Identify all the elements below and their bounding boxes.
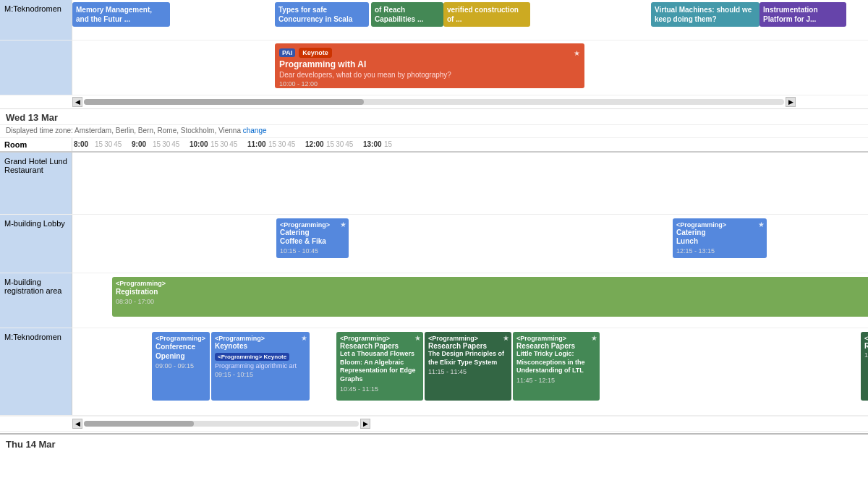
time-label-12: 12:00 (304, 138, 326, 151)
scroll-left-btn-wed[interactable]: ◀ (72, 419, 82, 429)
time-header-slots: 8:00 15 30 45 9:00 15 30 45 10:00 15 30 … (72, 138, 868, 151)
event-reach[interactable]: of Reach Capabilities ... 11:00 - 11:30 (371, 2, 443, 27)
keynote-subtitle: Programming algorithmic art (215, 362, 306, 369)
event-time: 09:15 - 10:15 (215, 371, 306, 378)
scroll-right-btn-top[interactable]: ▶ (786, 97, 796, 107)
event-coffee-fika[interactable]: ★ <Programming> Catering Coffee & Fika 1… (276, 218, 349, 258)
time-sub-45: 45 (113, 138, 122, 151)
time-sub-12-30: 30 (335, 138, 344, 151)
event-time: 11:00 - 11:30 (375, 25, 440, 27)
event-virtual-machines[interactable]: Virtual Machines: should we keep doing t… (651, 2, 760, 27)
scroll-thumb-wed[interactable] (84, 421, 194, 427)
event-prog-ai[interactable]: PAI Keynote ★ Programming with AI Dear d… (275, 43, 584, 88)
event-time: 12:15 - 13:15 (676, 247, 763, 255)
badge-pai: PAI (279, 48, 295, 57)
time-sub-10-45: 45 (229, 138, 238, 151)
event-time: 13:... (864, 351, 868, 359)
event-time: 10:45 - 11:15 (340, 385, 420, 393)
event-memory-mgmt[interactable]: Memory Management, and the Futur ... 08:… (72, 2, 170, 27)
timezone-label: Displayed time zone: Amsterdam, Berlin, … (6, 127, 243, 134)
star-icon[interactable]: ★ (758, 221, 765, 228)
time-sub-12-45: 45 (344, 138, 354, 151)
room-label-lobby: M-building Lobby (0, 215, 72, 273)
event-tag: <Programming> (215, 335, 306, 342)
top-scroll-container: ◀ ▶ (0, 95, 868, 108)
thu-day-header: Thu 14 Mar (0, 433, 868, 451)
event-verified[interactable]: verified construction of ... 11:30 - 12:… (443, 2, 530, 27)
timezone-change-link[interactable]: change (243, 127, 267, 134)
top-partial-section: M:Teknodromen Memory Management, and the… (0, 0, 868, 109)
time-12: 12:00 15 30 45 (304, 138, 362, 151)
star-icon[interactable]: ★ (414, 334, 421, 342)
room-row-teknodromen: M:Teknodromen <Programming> Conference O… (0, 328, 868, 416)
badge-keynote: Keynote (299, 48, 332, 58)
event-title: Instrumentation Platform for J... (763, 6, 818, 23)
time-sub-10-15: 15 (210, 138, 219, 151)
time-10: 10:00 15 30 45 (188, 138, 246, 151)
scroll-container-wed: ◀ ▶ (0, 416, 868, 432)
time-11: 11:00 15 30 45 (246, 138, 304, 151)
event-research1[interactable]: ★ <Programming> Research Papers Let a Th… (336, 332, 423, 401)
events-registration: <Programming> Registration 08:30 - 17:00 (72, 273, 868, 328)
event-category: Catering (280, 228, 345, 236)
scroll-left-btn-top[interactable]: ◀ (72, 97, 82, 107)
event-category: Research Papers (516, 342, 596, 350)
scroll-thumb-top[interactable] (84, 99, 364, 105)
star-icon[interactable]: ★ (574, 49, 580, 57)
event-time: 13:00 - 14:00 (655, 25, 756, 27)
room-row-grand-hotel: Grand Hotel Lund Restaurant (0, 153, 868, 215)
time-sub-9-45: 45 (171, 138, 180, 151)
time-sub-13-15: 15 (383, 138, 393, 151)
event-conf-opening[interactable]: <Programming> Conference Opening 09:00 -… (152, 332, 210, 401)
event-time: 10:00 - 12:00 (279, 80, 580, 87)
event-tag: <Programming> (864, 335, 868, 342)
time-sub-15: 15 (94, 138, 103, 151)
event-tag: <Programming> (428, 335, 508, 342)
event-title: Registration (116, 287, 868, 296)
event-registration[interactable]: <Programming> Registration 08:30 - 17:00 (112, 277, 868, 317)
time-sub-9-15: 15 (152, 138, 161, 151)
event-research2[interactable]: ★ <Programming> Research Papers The Desi… (425, 332, 511, 401)
event-tag: <Programming> (340, 335, 420, 342)
scroll-right-btn-wed[interactable]: ▶ (360, 419, 370, 429)
keynote-row: PAI Keynote ★ Programming with AI Dear d… (0, 40, 868, 95)
event-concurrency[interactable]: Types for safe Concurrency in Scala 10:0… (275, 2, 369, 27)
event-time: 08:30 - 17:00 (116, 298, 868, 305)
time-sub-11-45: 45 (286, 138, 296, 151)
time-13: 13:00 15 (362, 138, 420, 151)
event-subtitle: Dear developers, what do you mean by pho… (279, 71, 580, 79)
keynote-events-area: PAI Keynote ★ Programming with AI Dear d… (72, 40, 868, 95)
event-title: Little Tricky Logic: Misconceptions in t… (516, 350, 596, 375)
event-tag: <Programming> (280, 221, 345, 228)
event-tag: <Programming> (156, 335, 206, 342)
wed-section: Wed 13 Mar Displayed time zone: Amsterda… (0, 109, 868, 432)
star-icon[interactable]: ★ (301, 334, 307, 342)
event-time: 11:15 - 11:45 (428, 368, 508, 375)
star-icon[interactable]: ★ (503, 334, 509, 342)
room-label-registration: M-building registration area (0, 273, 72, 328)
timezone-info: Displayed time zone: Amsterdam, Berlin, … (0, 125, 868, 137)
star-icon[interactable]: ★ (340, 221, 346, 228)
time-label-11: 11:00 (246, 138, 268, 151)
event-title: Virtual Machines: should we keep doing t… (655, 6, 752, 23)
time-label-10: 10:00 (188, 138, 210, 151)
event-title: Programming with AI (279, 59, 580, 71)
time-label-13: 13:00 (362, 138, 383, 151)
room-label-grand-hotel: Grand Hotel Lund Restaurant (0, 153, 72, 214)
event-title: Coffee & Fika (280, 236, 345, 246)
time-label-8: 8:00 (72, 138, 94, 151)
event-time: 08:30 - 09:30 (76, 25, 166, 27)
event-title: Let a Thousand Flowers Bloom: An Algebra… (340, 350, 420, 384)
event-title: The Design Principles of the Elixir Type… (428, 350, 508, 367)
event-research3[interactable]: ★ <Programming> Research Papers Little T… (513, 332, 600, 401)
event-lunch[interactable]: ★ <Programming> Catering Lunch 12:15 - 1… (673, 218, 767, 258)
event-title: of Reach Capabilities ... (375, 6, 423, 23)
scroll-track-wed (84, 421, 359, 427)
event-research4[interactable]: <Programming> R... 13:... (861, 332, 868, 401)
time-sub-11-30: 30 (277, 138, 286, 151)
star-icon[interactable]: ★ (591, 334, 597, 342)
event-instrumentation[interactable]: Instrumentation Platform for J... 14:00 … (760, 2, 846, 27)
event-tag: <Programming> (676, 221, 763, 228)
event-keynotes[interactable]: ★ <Programming> Keynotes <Programming> K… (211, 332, 310, 401)
time-label-9: 9:00 (130, 138, 152, 151)
